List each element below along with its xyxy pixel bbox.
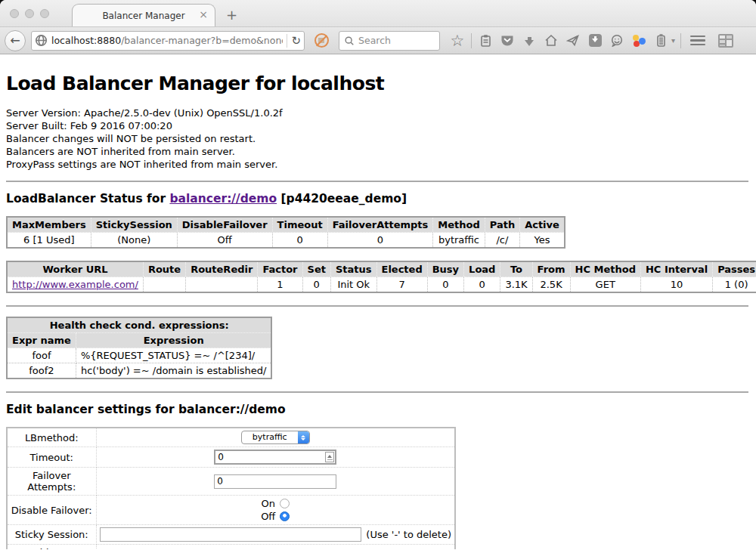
home-icon[interactable] <box>543 32 559 50</box>
table-cell: hc('body') =~ /domain is established/ <box>76 363 271 379</box>
sticky-session-label: Sticky Session: <box>7 525 96 545</box>
disable-failover-on-radio[interactable] <box>280 499 290 508</box>
table-cell <box>186 277 258 293</box>
clipboard-icon[interactable] <box>477 32 494 50</box>
info-line: Balancer changes will NOT be persisted o… <box>6 132 748 145</box>
url-bar[interactable]: localhost:8880/balancer-manager?b=demo&n… <box>31 31 305 51</box>
search-bar[interactable]: Search <box>339 31 440 51</box>
hamburger-shape <box>690 36 705 46</box>
column-header: Route <box>143 261 185 277</box>
urlbar-divider <box>287 34 287 48</box>
table-cell <box>143 277 185 293</box>
send-tab-icon[interactable] <box>565 32 581 50</box>
table-cell: 0 <box>302 277 330 293</box>
select-stepper-icon <box>298 431 309 443</box>
minimize-window-button[interactable] <box>25 9 34 18</box>
disable-failover-off-radio[interactable] <box>280 511 290 521</box>
tab-close-icon[interactable]: × <box>199 9 208 20</box>
server-info: Server Version: Apache/2.5.0-dev (Unix) … <box>6 107 748 171</box>
url-text: localhost:8880/balancer-manager?b=demo&n… <box>51 35 283 46</box>
table-cell: GET <box>570 277 640 293</box>
menu-hamburger-icon[interactable] <box>689 32 706 50</box>
browser-window: Balancer Manager × + ← localhost:8880/ba… <box>0 0 756 550</box>
balancer-demo-link[interactable]: balancer://demo <box>169 192 277 205</box>
tab-balancer-manager[interactable]: Balancer Manager × <box>72 4 215 26</box>
table-row: 6 [1 Used](None)Off00bytraffic/c/Yes <box>7 233 565 249</box>
info-line: Server Built: Feb 9 2016 07:00:20 <box>6 119 748 132</box>
overflow-caret-icon[interactable]: ▾ <box>671 36 675 45</box>
lbmethod-selected-value: bytraffic <box>242 431 298 443</box>
column-header: To <box>500 261 532 277</box>
column-header: From <box>532 261 570 277</box>
edit-balancer-form: LBmethod: bytraffic Timeout: <box>6 427 456 549</box>
colored-dots-extension-icon[interactable] <box>631 32 647 50</box>
tab-bar: Balancer Manager × + <box>0 0 756 27</box>
search-placeholder: Search <box>358 35 391 46</box>
sticky-session-input[interactable] <box>100 527 362 542</box>
table-cell: 3.1K <box>500 277 532 293</box>
downloads-icon[interactable] <box>521 32 538 50</box>
status-heading-suffix: [p4420eeae_demo] <box>277 192 407 205</box>
info-line: Server Version: Apache/2.5.0-dev (Unix) … <box>6 107 748 119</box>
table-cell: 0 <box>272 233 327 249</box>
list-battery-extension-icon[interactable] <box>652 32 669 50</box>
sticky-session-hint: (Use '-' to delete) <box>366 529 451 540</box>
column-header: Load <box>464 261 500 277</box>
toolbar-separator <box>471 33 472 48</box>
pocket-icon[interactable] <box>499 32 516 50</box>
tile-pages-icon[interactable] <box>717 32 734 50</box>
back-button[interactable]: ← <box>5 30 26 51</box>
column-header: Path <box>485 217 519 233</box>
tab-title: Balancer Manager <box>102 11 184 21</box>
back-icon: ← <box>10 33 20 48</box>
content-blocked-icon[interactable] <box>314 33 329 48</box>
table-cell: 1 (0) <box>713 277 756 293</box>
table-header-row: MaxMembersStickySessionDisableFailoverTi… <box>7 217 565 233</box>
reload-icon[interactable]: ↻ <box>291 34 301 48</box>
search-icon <box>344 36 355 46</box>
table-header-row: Expr nameExpression <box>7 333 271 348</box>
number-spinner-icon[interactable] <box>325 452 334 462</box>
add-worker-label: Add New Worker: <box>7 545 96 550</box>
status-heading-prefix: LoadBalancer Status for <box>6 192 169 205</box>
new-tab-button[interactable]: + <box>226 8 237 22</box>
toolbar-separator-2 <box>680 33 681 48</box>
worker-status-table: Worker URLRouteRouteRedirFactorSetStatus… <box>6 261 756 293</box>
page-content: Load Balancer Manager for localhost Serv… <box>0 54 756 549</box>
chat-smiley-icon[interactable] <box>609 32 625 50</box>
square-download-shape <box>589 34 602 47</box>
dots-shape <box>632 34 646 48</box>
table-row: foof2hc('body') =~ /domain is establishe… <box>7 363 271 379</box>
failover-attempts-input[interactable] <box>214 474 336 489</box>
timeout-input[interactable] <box>218 452 325 462</box>
worker-url-link[interactable]: http://www.example.com/ <box>12 279 138 290</box>
table-cell: (None) <box>91 233 177 249</box>
column-header: HC Method <box>570 261 640 277</box>
failover-attempts-label: Failover Attempts: <box>7 468 96 496</box>
table-cell: 0 <box>427 277 463 293</box>
close-window-button[interactable] <box>10 9 19 18</box>
loadbalancer-status-heading: LoadBalancer Status for balancer://demo … <box>6 192 748 205</box>
bookmark-star-icon[interactable]: ☆ <box>449 32 466 50</box>
divider <box>6 181 748 182</box>
column-header: Method <box>433 217 485 233</box>
column-header: HC Interval <box>640 261 712 277</box>
table-row: foof%{REQUEST_STATUS} =~ /^[234]/ <box>7 348 271 363</box>
table-cell: bytraffic <box>433 233 485 249</box>
info-line: Balancers are NOT inherited from main se… <box>6 145 748 158</box>
table-cell: Yes <box>520 233 565 249</box>
column-header: Set <box>302 261 330 277</box>
table-cell: Init Ok <box>330 277 376 293</box>
table-cell: foof <box>7 348 76 363</box>
zoom-window-button[interactable] <box>40 9 49 18</box>
edit-balancer-heading: Edit balancer settings for balancer://de… <box>6 403 748 416</box>
window-controls <box>10 9 49 18</box>
table-title: Health check cond. expressions: <box>7 317 271 333</box>
save-to-device-icon[interactable] <box>587 32 603 50</box>
table-cell: http://www.example.com/ <box>7 277 143 293</box>
divider <box>6 391 748 393</box>
table-row: http://www.example.com/10Init Ok7003.1K2… <box>7 277 756 293</box>
table-cell: 0 <box>327 233 433 249</box>
lbmethod-select[interactable]: bytraffic <box>241 431 310 444</box>
column-header: Elected <box>376 261 427 277</box>
